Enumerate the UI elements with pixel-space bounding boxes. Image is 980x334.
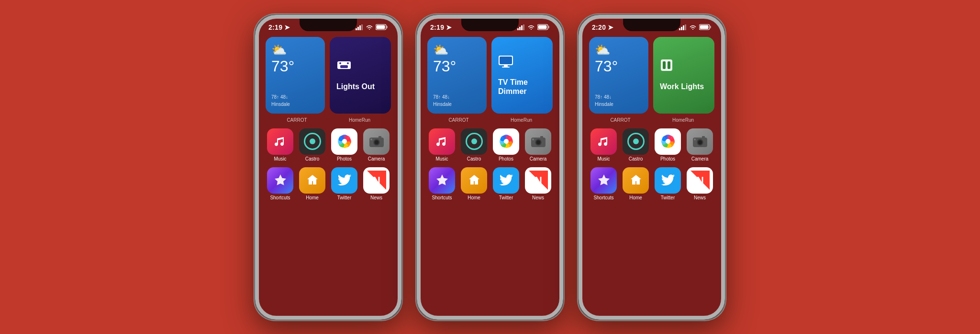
weather-widget-1[interactable]: ⛅ 73° 78↑ 48↓Hinsdale	[266, 37, 325, 114]
apps-row2-2: Shortcuts Home T	[421, 164, 559, 203]
phone-2: 2:19 ➤	[416, 14, 564, 321]
apps-row1-2: Music Castro Photos	[421, 126, 559, 164]
svg-rect-24	[379, 136, 381, 138]
weather-widget-3[interactable]: ⛅ 73° 78↑ 48↓Hinsdale	[589, 37, 648, 114]
app-item-shortcuts-row2-3: Shortcuts	[589, 167, 618, 200]
app-icon-photos[interactable]	[655, 128, 681, 155]
app-item-shortcuts-row2-1: Shortcuts	[266, 167, 295, 200]
app-item-photos-1: Photos	[330, 128, 359, 161]
app-label-twitter-row2-2: Twitter	[499, 195, 513, 200]
status-icons-2	[517, 24, 550, 30]
app-label-photos-2: Photos	[499, 156, 513, 161]
widgets-row-3: ⛅ 73° 78↑ 48↓Hinsdale Work Lights	[582, 33, 721, 117]
carrot-label-1: CARROT	[266, 117, 328, 123]
app-label-news-row2-1: News	[370, 195, 382, 200]
app-label-castro-3: Castro	[629, 156, 643, 161]
app-item-news-row2-2: N News	[523, 167, 553, 200]
app-icon-castro[interactable]	[623, 128, 649, 155]
app-item-twitter-row2-3: Twitter	[653, 167, 682, 200]
svg-rect-6	[377, 25, 385, 29]
homerun-label-2: HomeRun	[490, 117, 553, 123]
app-icon-shortcuts[interactable]	[429, 167, 455, 194]
svg-rect-3	[361, 24, 363, 30]
app-icon-castro[interactable]	[299, 128, 325, 155]
shortcut-icon-2	[498, 54, 513, 71]
app-label-photos-3: Photos	[660, 156, 675, 161]
app-item-music-3: Music	[589, 128, 618, 161]
app-item-camera-1: Camera	[362, 128, 391, 161]
app-label-twitter-row2-1: Twitter	[337, 195, 351, 200]
svg-rect-0	[356, 28, 357, 30]
app-item-home-row2-2: Home	[459, 167, 489, 200]
weather-widget-2[interactable]: ⛅ 73° 78↑ 48↓Hinsdale	[427, 37, 487, 114]
app-icon-shortcuts[interactable]	[590, 167, 617, 194]
app-icon-castro[interactable]	[461, 128, 487, 155]
app-icon-camera[interactable]	[525, 128, 551, 155]
app-item-twitter-row2-2: Twitter	[491, 167, 521, 200]
phone-1: 2:19 ➤	[254, 14, 402, 321]
app-item-camera-2: Camera	[523, 128, 553, 161]
app-label-twitter-row2-3: Twitter	[661, 195, 675, 200]
app-item-shortcuts-row2-2: Shortcuts	[427, 167, 457, 200]
app-icon-photos[interactable]	[331, 128, 357, 155]
app-item-home-row2-1: Home	[298, 167, 327, 200]
app-icon-home[interactable]	[461, 167, 487, 194]
app-icon-camera[interactable]	[687, 128, 713, 155]
widget-labels-3: CARROT HomeRun	[582, 117, 721, 123]
svg-rect-59	[685, 24, 686, 30]
svg-rect-37	[504, 65, 508, 67]
battery-icon	[537, 24, 550, 30]
weather-temp-1: 73°	[271, 58, 319, 74]
app-item-castro-2: Castro	[459, 128, 489, 161]
svg-point-23	[375, 140, 379, 144]
svg-point-19	[342, 139, 347, 144]
svg-rect-56	[679, 28, 680, 30]
svg-rect-30	[521, 25, 523, 30]
shortcut-widget-2[interactable]: TV Time Dimmer	[491, 37, 553, 114]
app-icon-music[interactable]	[429, 128, 455, 155]
svg-rect-36	[500, 57, 512, 64]
app-label-shortcuts-row2-2: Shortcuts	[432, 195, 452, 200]
app-icon-news[interactable]: N	[687, 167, 713, 194]
app-icon-home[interactable]	[299, 167, 325, 194]
screen-1: 2:19 ➤	[259, 19, 398, 316]
widgets-row-2: ⛅ 73° 78↑ 48↓Hinsdale TV Time Dimmer	[421, 33, 559, 117]
signal-icon	[517, 24, 525, 30]
apps-row2-3: Shortcuts Home T	[582, 164, 721, 203]
status-time-1: 2:19 ➤	[268, 23, 290, 31]
svg-rect-1	[357, 27, 359, 30]
app-item-music-2: Music	[427, 128, 457, 161]
phones-container: 2:19 ➤	[254, 14, 726, 321]
app-icon-twitter[interactable]	[655, 167, 681, 194]
wifi-icon	[527, 24, 535, 30]
widgets-row-1: ⛅ 73° 78↑ 48↓Hinsdale Lights Out	[259, 33, 398, 117]
apps-row1-1: Music Castro Photos	[259, 126, 398, 164]
app-label-castro-1: Castro	[305, 156, 319, 161]
app-icon-music[interactable]	[590, 128, 617, 155]
shortcut-widget-3[interactable]: Work Lights	[653, 37, 714, 114]
status-time-3: 2:20 ➤	[592, 23, 614, 31]
app-icon-home[interactable]	[623, 167, 649, 194]
shortcut-widget-1[interactable]: Lights Out	[330, 37, 391, 114]
app-icon-shortcuts[interactable]	[267, 167, 293, 194]
app-icon-photos[interactable]	[493, 128, 519, 155]
app-item-photos-3: Photos	[653, 128, 682, 161]
svg-rect-28	[517, 28, 519, 30]
app-icon-twitter[interactable]	[331, 167, 357, 194]
app-icon-twitter[interactable]	[493, 167, 519, 194]
app-icon-news[interactable]: N	[525, 167, 551, 194]
app-label-home-row2-1: Home	[306, 195, 319, 200]
svg-point-53	[532, 138, 534, 140]
apps-row1-3: Music Castro Photos	[582, 126, 721, 164]
weather-icon-3: ⛅	[595, 43, 643, 58]
app-item-news-row2-3: N News	[685, 167, 714, 200]
app-label-music-3: Music	[597, 156, 610, 161]
app-icon-news[interactable]: N	[363, 167, 390, 194]
notch-3	[623, 19, 680, 31]
app-item-castro-3: Castro	[621, 128, 650, 161]
app-icon-music[interactable]	[267, 128, 293, 155]
app-icon-camera[interactable]	[363, 128, 390, 155]
notch-1	[300, 19, 357, 31]
app-label-castro-2: Castro	[467, 156, 481, 161]
app-label-news-row2-2: News	[532, 195, 544, 200]
